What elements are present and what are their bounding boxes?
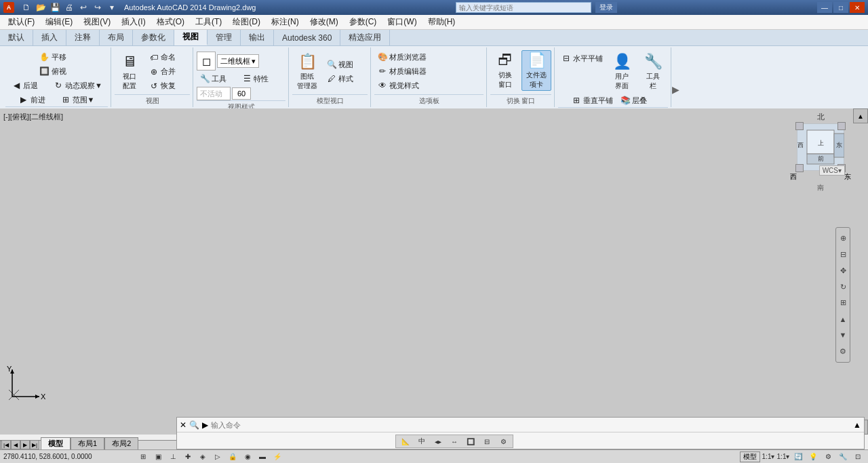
merge-button[interactable]: ⊕ 合并 — [146, 65, 186, 79]
menu-params[interactable]: 参数(C) — [344, 15, 382, 30]
nav-orbit[interactable]: ↻ — [837, 281, 849, 293]
htile-button[interactable]: ⊟ 水平平铺 — [558, 52, 606, 65]
ortho-button[interactable]: ⊥ — [166, 451, 180, 462]
tab-manage[interactable]: 管理 — [208, 30, 241, 45]
orbit-button[interactable]: ↻ 动态观察▼ — [50, 79, 105, 92]
forward-button[interactable]: ▶ 前进 — [16, 93, 56, 106]
tab-layout1[interactable]: 布局1 — [71, 437, 104, 449]
name-button[interactable]: 🏷 命名 — [146, 51, 186, 64]
menu-edit[interactable]: 编辑(E) — [40, 15, 78, 30]
cube-corner-tr[interactable] — [837, 122, 846, 130]
nav-settings[interactable]: ⚙ — [837, 345, 849, 357]
save-button[interactable]: 💾 — [48, 1, 62, 14]
layout-next-button[interactable]: ▶ — [20, 440, 30, 449]
menu-tools[interactable]: 工具(T) — [190, 15, 227, 30]
nav-up[interactable]: ▲ — [837, 313, 849, 325]
cube-container[interactable]: 上 西 东 前 — [797, 123, 844, 171]
close-button[interactable]: ✕ — [850, 2, 865, 13]
cmdline-close[interactable]: ✕ — [180, 420, 186, 430]
ribbon-expand[interactable]: ▶ — [672, 47, 679, 107]
material-editor-button[interactable]: ✏ 材质编辑器 — [374, 64, 462, 78]
props-button[interactable]: ☰ 特性 — [239, 72, 279, 85]
center-tool-6[interactable]: ⊟ — [480, 436, 494, 447]
extent-button[interactable]: ⊞ 范围▼ — [58, 93, 98, 106]
search-input[interactable] — [459, 4, 588, 12]
center-tool-2[interactable]: 中 — [415, 436, 429, 447]
vtile-button[interactable]: ⊞ 垂直平铺 — [568, 94, 616, 107]
scroll-up-button[interactable]: ▲ — [853, 108, 868, 123]
hardware-button[interactable]: ⚙ — [821, 451, 835, 462]
menu-window[interactable]: 窗口(W) — [382, 15, 422, 30]
center-tool-1[interactable]: 📐 — [399, 436, 412, 447]
restore-button[interactable]: ↺ 恢复 — [146, 79, 186, 93]
app-icon[interactable]: A — [3, 2, 14, 13]
tab-model[interactable]: 模型 — [41, 437, 71, 449]
tab-autodesk360[interactable]: Autodesk 360 — [274, 30, 340, 45]
notavailable-dropdown[interactable]: 不活动 — [197, 87, 231, 100]
center-tool-7[interactable]: ⚙ — [496, 436, 510, 447]
dropdown-arrow[interactable]: ▾ — [105, 1, 119, 14]
model-space-label[interactable]: 模型 — [740, 451, 760, 462]
minimize-button[interactable]: — — [817, 2, 832, 13]
viewport-scale[interactable]: 1:1▾ — [762, 451, 775, 462]
ducs-button[interactable]: 🔒 — [226, 451, 239, 462]
tab-annotate[interactable]: 注释 — [66, 30, 100, 45]
style-button[interactable]: 🖊 样式 — [323, 72, 364, 85]
user-btn[interactable]: 👤 用户界面 — [607, 52, 637, 92]
cmdline-search[interactable]: 🔍 — [189, 420, 199, 430]
nav-fit[interactable]: ⊞ — [837, 297, 849, 309]
wcs-label[interactable]: WCS▾ — [819, 165, 845, 176]
search-bar[interactable] — [456, 2, 591, 13]
cube-corner-tl[interactable] — [795, 122, 804, 130]
top-view-button[interactable]: 🔲 俯视 — [37, 64, 77, 78]
zoomin-button[interactable]: 🔍 视图 — [323, 58, 364, 71]
dyn-button[interactable]: ◉ — [241, 451, 254, 462]
center-tool-3[interactable]: ◂▸ — [431, 436, 445, 447]
tab-output[interactable]: 输出 — [241, 30, 274, 45]
new-button[interactable]: 🗋 — [20, 1, 33, 14]
menu-draw[interactable]: 绘图(D) — [227, 15, 266, 30]
cube-corner-bl[interactable] — [795, 164, 804, 172]
tab-insert[interactable]: 插入 — [33, 30, 66, 45]
center-tool-5[interactable]: 🔲 — [464, 436, 477, 447]
print-button[interactable]: 🖨 — [62, 1, 76, 14]
drawing-area[interactable] — [0, 108, 853, 435]
annotation-scale[interactable]: 1:1▾ — [776, 451, 790, 462]
sync-button[interactable]: 🔄 — [791, 451, 805, 462]
tab-featured[interactable]: 精选应用 — [340, 30, 390, 45]
layout-first-button[interactable]: |◀ — [1, 440, 11, 449]
pan-button[interactable]: ✋ 平移 — [37, 50, 77, 64]
undo-button[interactable]: ↩ — [77, 1, 90, 14]
otrack-button[interactable]: ▷ — [211, 451, 224, 462]
view-config-button[interactable]: 🖥 视口配置 — [115, 52, 144, 92]
polar-button[interactable]: ✚ — [181, 451, 195, 462]
angle-input[interactable] — [232, 87, 251, 100]
nav-zoom-in[interactable]: ⊕ — [837, 233, 849, 245]
modelvp-big-button[interactable]: 📋 图纸管理器 — [292, 52, 322, 92]
toolbar-btn[interactable]: 🔧 工具栏 — [638, 52, 668, 92]
nav-zoom-out[interactable]: ⊟ — [837, 249, 849, 261]
menu-dimension[interactable]: 标注(N) — [266, 15, 304, 30]
tab-view[interactable]: 视图 — [174, 30, 208, 45]
menu-default[interactable]: 默认(F) — [3, 15, 40, 30]
menu-insert[interactable]: 插入(I) — [116, 15, 151, 30]
sign-in-button[interactable]: 登录 — [595, 2, 617, 13]
grid-button[interactable]: ▣ — [151, 451, 165, 462]
back-button[interactable]: ◀ 后退 — [8, 79, 49, 92]
cmdline-expand[interactable]: ▲ — [853, 420, 861, 430]
fullscreen-button[interactable]: ⊡ — [851, 451, 865, 462]
tab-layout2[interactable]: 布局2 — [104, 437, 138, 449]
layout-prev-button[interactable]: ◀ — [11, 440, 20, 449]
osnap-button[interactable]: ◈ — [196, 451, 210, 462]
lw-button[interactable]: ▬ — [256, 451, 269, 462]
menu-view[interactable]: 视图(V) — [78, 15, 116, 30]
maximize-button[interactable]: □ — [833, 2, 848, 13]
nav-pan[interactable]: ✥ — [837, 264, 849, 277]
snap-button[interactable]: ⊞ — [136, 451, 150, 462]
material-browser-button[interactable]: 🎨 材质浏览器 — [374, 50, 462, 64]
menu-format[interactable]: 格式(O) — [151, 15, 190, 30]
layout-last-button[interactable]: ▶| — [30, 440, 39, 449]
tab-parametric[interactable]: 参数化 — [133, 30, 174, 45]
nav-down[interactable]: ▼ — [837, 329, 849, 341]
center-tool-4[interactable]: ↔ — [448, 436, 461, 447]
